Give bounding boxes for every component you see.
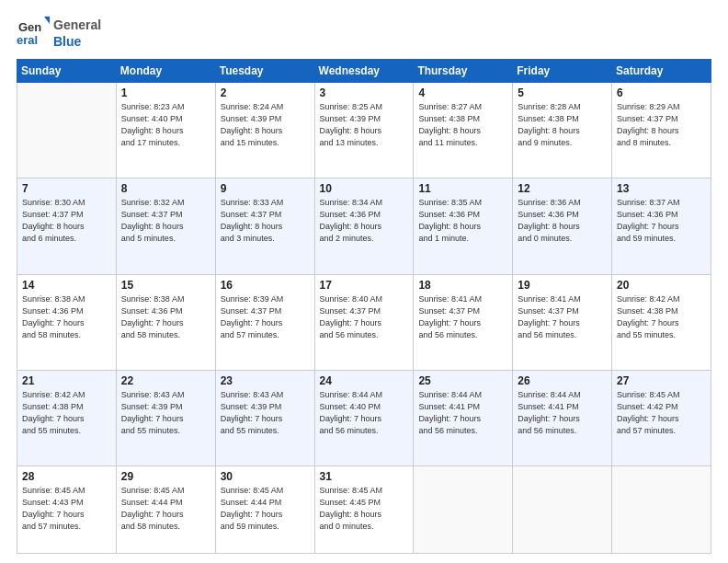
svg-marker-2 bbox=[44, 17, 50, 24]
day-info: Sunrise: 8:45 AM Sunset: 4:44 PM Dayligh… bbox=[221, 485, 310, 533]
day-info: Sunrise: 8:29 AM Sunset: 4:37 PM Dayligh… bbox=[617, 101, 706, 149]
page: Gen eral General Blue SundayMondayTuesda… bbox=[0, 0, 728, 563]
calendar-cell: 9Sunrise: 8:33 AM Sunset: 4:37 PM Daylig… bbox=[215, 178, 314, 274]
day-info: Sunrise: 8:44 AM Sunset: 4:41 PM Dayligh… bbox=[418, 389, 507, 437]
day-number: 16 bbox=[221, 279, 310, 292]
day-info: Sunrise: 8:44 AM Sunset: 4:41 PM Dayligh… bbox=[518, 389, 607, 437]
calendar-cell: 5Sunrise: 8:28 AM Sunset: 4:38 PM Daylig… bbox=[513, 83, 612, 178]
day-info: Sunrise: 8:44 AM Sunset: 4:40 PM Dayligh… bbox=[320, 389, 409, 437]
logo-blue: Blue bbox=[53, 34, 81, 49]
calendar-cell: 7Sunrise: 8:30 AM Sunset: 4:37 PM Daylig… bbox=[17, 178, 117, 274]
day-number: 28 bbox=[22, 470, 111, 483]
day-number: 12 bbox=[518, 182, 607, 195]
calendar-cell: 31Sunrise: 8:45 AM Sunset: 4:45 PM Dayli… bbox=[314, 466, 414, 554]
day-info: Sunrise: 8:34 AM Sunset: 4:36 PM Dayligh… bbox=[320, 197, 409, 245]
weekday-row: SundayMondayTuesdayWednesdayThursdayFrid… bbox=[17, 60, 711, 83]
day-number: 10 bbox=[320, 182, 409, 195]
calendar-cell: 20Sunrise: 8:42 AM Sunset: 4:38 PM Dayli… bbox=[612, 274, 711, 370]
day-info: Sunrise: 8:41 AM Sunset: 4:37 PM Dayligh… bbox=[518, 293, 607, 341]
day-number: 6 bbox=[617, 86, 706, 99]
calendar-cell: 26Sunrise: 8:44 AM Sunset: 4:41 PM Dayli… bbox=[513, 370, 612, 465]
day-number: 9 bbox=[221, 182, 310, 195]
calendar-week-row: 21Sunrise: 8:42 AM Sunset: 4:38 PM Dayli… bbox=[17, 370, 711, 465]
calendar-cell: 24Sunrise: 8:44 AM Sunset: 4:40 PM Dayli… bbox=[314, 370, 414, 465]
calendar-cell bbox=[612, 466, 711, 554]
calendar-cell: 8Sunrise: 8:32 AM Sunset: 4:37 PM Daylig… bbox=[116, 178, 215, 274]
calendar-cell: 15Sunrise: 8:38 AM Sunset: 4:36 PM Dayli… bbox=[116, 274, 215, 370]
day-info: Sunrise: 8:27 AM Sunset: 4:38 PM Dayligh… bbox=[418, 101, 507, 149]
day-info: Sunrise: 8:45 AM Sunset: 4:43 PM Dayligh… bbox=[22, 485, 111, 533]
day-info: Sunrise: 8:35 AM Sunset: 4:36 PM Dayligh… bbox=[418, 197, 507, 245]
weekday-header: Monday bbox=[116, 60, 215, 83]
day-info: Sunrise: 8:42 AM Sunset: 4:38 PM Dayligh… bbox=[22, 389, 111, 437]
day-number: 18 bbox=[418, 279, 507, 292]
day-number: 19 bbox=[518, 279, 607, 292]
weekday-header: Sunday bbox=[17, 60, 117, 83]
calendar-cell: 29Sunrise: 8:45 AM Sunset: 4:44 PM Dayli… bbox=[116, 466, 215, 554]
calendar-cell: 27Sunrise: 8:45 AM Sunset: 4:42 PM Dayli… bbox=[612, 370, 711, 465]
day-number: 14 bbox=[22, 279, 111, 292]
day-number: 20 bbox=[617, 279, 706, 292]
day-info: Sunrise: 8:38 AM Sunset: 4:36 PM Dayligh… bbox=[121, 293, 210, 341]
calendar-cell: 1Sunrise: 8:23 AM Sunset: 4:40 PM Daylig… bbox=[116, 83, 215, 178]
logo-general: General bbox=[53, 17, 101, 32]
calendar-cell: 10Sunrise: 8:34 AM Sunset: 4:36 PM Dayli… bbox=[314, 178, 414, 274]
day-number: 22 bbox=[121, 374, 210, 387]
day-number: 8 bbox=[121, 182, 210, 195]
calendar-week-row: 7Sunrise: 8:30 AM Sunset: 4:37 PM Daylig… bbox=[17, 178, 711, 274]
day-info: Sunrise: 8:30 AM Sunset: 4:37 PM Dayligh… bbox=[22, 197, 111, 245]
day-number: 4 bbox=[418, 86, 507, 99]
day-info: Sunrise: 8:40 AM Sunset: 4:37 PM Dayligh… bbox=[320, 293, 409, 341]
day-info: Sunrise: 8:33 AM Sunset: 4:37 PM Dayligh… bbox=[221, 197, 310, 245]
day-info: Sunrise: 8:36 AM Sunset: 4:36 PM Dayligh… bbox=[518, 197, 607, 245]
day-info: Sunrise: 8:43 AM Sunset: 4:39 PM Dayligh… bbox=[221, 389, 310, 437]
weekday-header: Friday bbox=[513, 60, 612, 83]
calendar-cell: 3Sunrise: 8:25 AM Sunset: 4:39 PM Daylig… bbox=[314, 83, 414, 178]
calendar-cell: 2Sunrise: 8:24 AM Sunset: 4:39 PM Daylig… bbox=[215, 83, 314, 178]
calendar-week-row: 14Sunrise: 8:38 AM Sunset: 4:36 PM Dayli… bbox=[17, 274, 711, 370]
day-info: Sunrise: 8:25 AM Sunset: 4:39 PM Dayligh… bbox=[320, 101, 409, 149]
day-number: 17 bbox=[320, 279, 409, 292]
day-info: Sunrise: 8:45 AM Sunset: 4:42 PM Dayligh… bbox=[617, 389, 706, 437]
day-number: 27 bbox=[617, 374, 706, 387]
calendar-week-row: 1Sunrise: 8:23 AM Sunset: 4:40 PM Daylig… bbox=[17, 83, 711, 178]
day-info: Sunrise: 8:45 AM Sunset: 4:44 PM Dayligh… bbox=[121, 485, 210, 533]
calendar-cell: 13Sunrise: 8:37 AM Sunset: 4:36 PM Dayli… bbox=[612, 178, 711, 274]
day-number: 26 bbox=[518, 374, 607, 387]
calendar-cell: 11Sunrise: 8:35 AM Sunset: 4:36 PM Dayli… bbox=[414, 178, 513, 274]
logo-text: General Blue bbox=[53, 17, 101, 50]
weekday-header: Wednesday bbox=[314, 60, 414, 83]
day-number: 25 bbox=[418, 374, 507, 387]
day-number: 1 bbox=[121, 86, 210, 99]
calendar-body: 1Sunrise: 8:23 AM Sunset: 4:40 PM Daylig… bbox=[17, 83, 711, 554]
day-number: 15 bbox=[121, 279, 210, 292]
calendar-cell: 12Sunrise: 8:36 AM Sunset: 4:36 PM Dayli… bbox=[513, 178, 612, 274]
day-number: 5 bbox=[518, 86, 607, 99]
day-info: Sunrise: 8:24 AM Sunset: 4:39 PM Dayligh… bbox=[221, 101, 310, 149]
day-number: 29 bbox=[121, 470, 210, 483]
day-info: Sunrise: 8:32 AM Sunset: 4:37 PM Dayligh… bbox=[121, 197, 210, 245]
calendar-cell: 4Sunrise: 8:27 AM Sunset: 4:38 PM Daylig… bbox=[414, 83, 513, 178]
day-number: 31 bbox=[320, 470, 409, 483]
day-number: 30 bbox=[221, 470, 310, 483]
logo: Gen eral General Blue bbox=[17, 17, 101, 50]
day-info: Sunrise: 8:42 AM Sunset: 4:38 PM Dayligh… bbox=[617, 293, 706, 341]
calendar-cell: 14Sunrise: 8:38 AM Sunset: 4:36 PM Dayli… bbox=[17, 274, 117, 370]
day-number: 24 bbox=[320, 374, 409, 387]
weekday-header: Thursday bbox=[414, 60, 513, 83]
day-info: Sunrise: 8:45 AM Sunset: 4:45 PM Dayligh… bbox=[320, 485, 409, 533]
day-number: 2 bbox=[221, 86, 310, 99]
weekday-header: Saturday bbox=[612, 60, 711, 83]
calendar-week-row: 28Sunrise: 8:45 AM Sunset: 4:43 PM Dayli… bbox=[17, 466, 711, 554]
calendar-cell: 28Sunrise: 8:45 AM Sunset: 4:43 PM Dayli… bbox=[17, 466, 117, 554]
calendar-cell: 21Sunrise: 8:42 AM Sunset: 4:38 PM Dayli… bbox=[17, 370, 117, 465]
day-number: 23 bbox=[221, 374, 310, 387]
logo-svg: Gen eral bbox=[17, 17, 50, 50]
calendar-cell: 25Sunrise: 8:44 AM Sunset: 4:41 PM Dayli… bbox=[414, 370, 513, 465]
calendar-cell: 23Sunrise: 8:43 AM Sunset: 4:39 PM Dayli… bbox=[215, 370, 314, 465]
day-info: Sunrise: 8:43 AM Sunset: 4:39 PM Dayligh… bbox=[121, 389, 210, 437]
svg-text:Gen: Gen bbox=[18, 20, 41, 34]
calendar-cell: 30Sunrise: 8:45 AM Sunset: 4:44 PM Dayli… bbox=[215, 466, 314, 554]
day-info: Sunrise: 8:37 AM Sunset: 4:36 PM Dayligh… bbox=[617, 197, 706, 245]
day-info: Sunrise: 8:23 AM Sunset: 4:40 PM Dayligh… bbox=[121, 101, 210, 149]
